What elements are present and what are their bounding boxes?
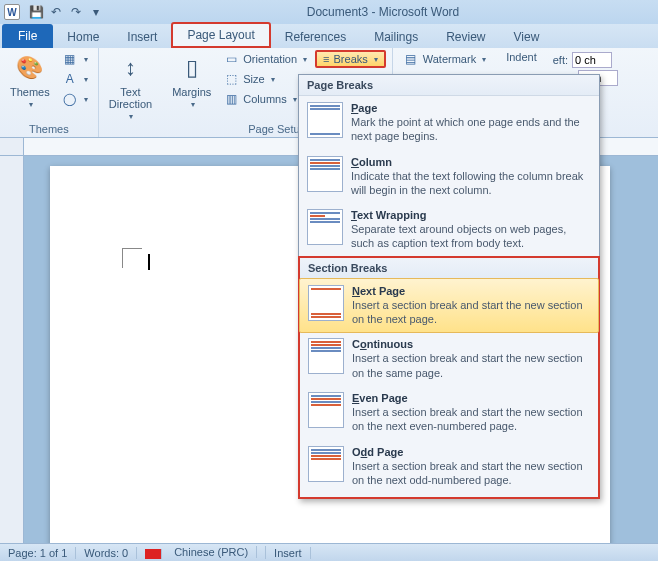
break-nextpage-title: Next Page bbox=[352, 285, 590, 297]
tab-home[interactable]: Home bbox=[53, 26, 113, 48]
group-label-themes: Themes bbox=[6, 121, 92, 137]
indent-left-input[interactable] bbox=[572, 52, 612, 68]
watermark-icon: ▤ bbox=[403, 51, 419, 67]
breaks-dropdown: Page Breaks PageMark the point at which … bbox=[298, 74, 600, 499]
word-app-icon: W bbox=[4, 4, 20, 20]
tab-file[interactable]: File bbox=[2, 24, 53, 48]
margin-guide bbox=[122, 248, 142, 268]
flag-icon bbox=[145, 549, 162, 559]
chevron-down-icon: ▾ bbox=[29, 100, 33, 109]
tab-review[interactable]: Review bbox=[432, 26, 499, 48]
column-break-icon bbox=[307, 156, 343, 192]
break-evenpage-desc: Insert a section break and start the new… bbox=[352, 405, 590, 434]
odd-page-icon bbox=[308, 446, 344, 482]
page-break-icon bbox=[307, 102, 343, 138]
break-column-item[interactable]: ColumnIndicate that the text following t… bbox=[299, 150, 599, 204]
status-words[interactable]: Words: 0 bbox=[76, 547, 137, 559]
tab-view[interactable]: View bbox=[500, 26, 554, 48]
window-title: Document3 - Microsoft Word bbox=[108, 5, 658, 19]
text-direction-label: TextDirection bbox=[109, 86, 152, 110]
breaks-icon: ≡ bbox=[323, 53, 329, 65]
break-page-item[interactable]: PageMark the point at which one page end… bbox=[299, 96, 599, 150]
redo-icon[interactable]: ↷ bbox=[68, 4, 84, 20]
break-oddpage-title: Odd Page bbox=[352, 446, 590, 458]
columns-icon: ▥ bbox=[223, 91, 239, 107]
quick-access-toolbar: 💾 ↶ ↷ ▾ bbox=[24, 4, 108, 20]
margins-button[interactable]: ▯ Margins ▾ bbox=[168, 50, 215, 111]
effects-icon: ◯ bbox=[62, 91, 78, 107]
break-text-wrapping-item[interactable]: Text WrappingSeparate text around object… bbox=[299, 203, 599, 257]
text-wrapping-icon bbox=[307, 209, 343, 245]
fonts-icon: A bbox=[62, 71, 78, 87]
break-odd-page-item[interactable]: Odd PageInsert a section break and start… bbox=[300, 440, 598, 494]
indent-label: Indent bbox=[502, 50, 541, 64]
breaks-button[interactable]: ≡Breaks▾ bbox=[315, 50, 386, 68]
break-column-desc: Indicate that the text following the col… bbox=[351, 169, 591, 198]
title-bar: W 💾 ↶ ↷ ▾ Document3 - Microsoft Word bbox=[0, 0, 658, 24]
page-breaks-header: Page Breaks bbox=[299, 75, 599, 96]
group-text-direction: ↕ TextDirection ▾ bbox=[99, 48, 162, 137]
break-continuous-item[interactable]: ContinuousInsert a section break and sta… bbox=[300, 332, 598, 386]
themes-label: Themes bbox=[10, 86, 50, 98]
tab-references[interactable]: References bbox=[271, 26, 360, 48]
break-next-page-item[interactable]: Next PageInsert a section break and star… bbox=[299, 278, 599, 334]
watermark-button[interactable]: ▤Watermark▾ bbox=[399, 50, 490, 68]
section-breaks-highlight: Section Breaks Next PageInsert a section… bbox=[298, 256, 600, 499]
indent-left-label: eft: bbox=[553, 54, 568, 66]
theme-effects-button[interactable]: ◯▾ bbox=[58, 90, 92, 108]
status-page[interactable]: Page: 1 of 1 bbox=[0, 547, 76, 559]
break-textwrap-desc: Separate text around objects on web page… bbox=[351, 222, 591, 251]
text-cursor bbox=[148, 254, 150, 270]
next-page-icon bbox=[308, 285, 344, 321]
save-icon[interactable]: 💾 bbox=[28, 4, 44, 20]
text-direction-icon: ↕ bbox=[114, 52, 146, 84]
orientation-icon: ▭ bbox=[223, 51, 239, 67]
themes-button[interactable]: 🎨 Themes ▾ bbox=[6, 50, 54, 111]
break-page-title: Page bbox=[351, 102, 591, 114]
status-language[interactable]: Chinese (PRC) bbox=[137, 546, 266, 558]
break-page-desc: Mark the point at which one page ends an… bbox=[351, 115, 591, 144]
theme-fonts-button[interactable]: A▾ bbox=[58, 70, 92, 88]
break-column-title: Column bbox=[351, 156, 591, 168]
break-even-page-item[interactable]: Even PageInsert a section break and star… bbox=[300, 386, 598, 440]
size-icon: ⬚ bbox=[223, 71, 239, 87]
status-bar: Page: 1 of 1 Words: 0 Chinese (PRC) Inse… bbox=[0, 543, 658, 561]
qat-more-icon[interactable]: ▾ bbox=[88, 4, 104, 20]
ribbon-tabs: File Home Insert Page Layout References … bbox=[0, 24, 658, 48]
tab-page-layout[interactable]: Page Layout bbox=[171, 22, 270, 48]
break-continuous-title: Continuous bbox=[352, 338, 590, 350]
break-textwrap-title: Text Wrapping bbox=[351, 209, 591, 221]
undo-icon[interactable]: ↶ bbox=[48, 4, 64, 20]
themes-icon: 🎨 bbox=[14, 52, 46, 84]
status-mode[interactable]: Insert bbox=[266, 547, 311, 559]
text-direction-button[interactable]: ↕ TextDirection ▾ bbox=[105, 50, 156, 123]
group-themes: 🎨 Themes ▾ ▦▾ A▾ ◯▾ Themes bbox=[0, 48, 99, 137]
break-evenpage-title: Even Page bbox=[352, 392, 590, 404]
orientation-button[interactable]: ▭Orientation▾ bbox=[219, 50, 311, 68]
tab-mailings[interactable]: Mailings bbox=[360, 26, 432, 48]
ruler-vertical[interactable] bbox=[0, 156, 24, 543]
colors-icon: ▦ bbox=[62, 51, 78, 67]
tab-insert[interactable]: Insert bbox=[113, 26, 171, 48]
margins-icon: ▯ bbox=[176, 52, 208, 84]
ruler-corner bbox=[0, 138, 24, 156]
theme-colors-button[interactable]: ▦▾ bbox=[58, 50, 92, 68]
continuous-icon bbox=[308, 338, 344, 374]
margins-label: Margins bbox=[172, 86, 211, 98]
section-breaks-header: Section Breaks bbox=[300, 258, 598, 279]
break-nextpage-desc: Insert a section break and start the new… bbox=[352, 298, 590, 327]
break-continuous-desc: Insert a section break and start the new… bbox=[352, 351, 590, 380]
even-page-icon bbox=[308, 392, 344, 428]
break-oddpage-desc: Insert a section break and start the new… bbox=[352, 459, 590, 488]
